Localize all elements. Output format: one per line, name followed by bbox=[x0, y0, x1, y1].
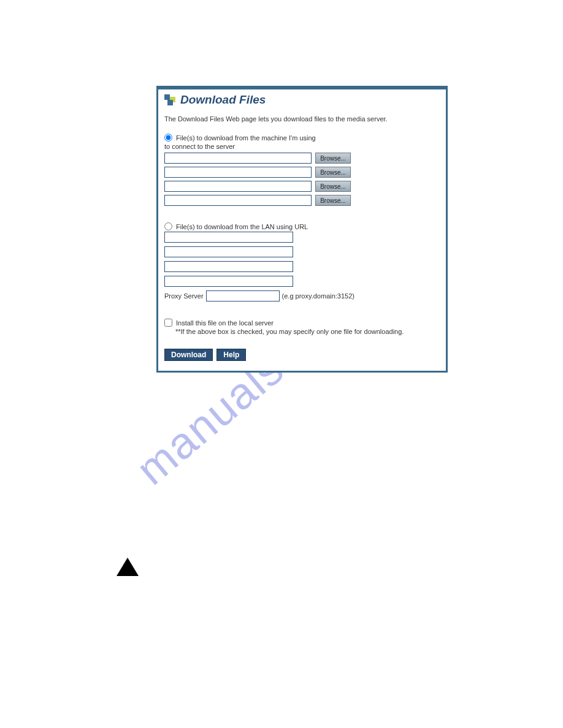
install-checkbox[interactable] bbox=[164, 319, 172, 327]
help-button[interactable]: Help bbox=[216, 349, 246, 361]
option-local-sublabel: to connect to the server bbox=[164, 143, 440, 150]
browse-button-2[interactable]: Browse... bbox=[315, 167, 351, 178]
dialog-title: Download Files bbox=[180, 93, 266, 107]
intro-text: The Download Files Web page lets you dow… bbox=[164, 115, 440, 123]
file-input-3[interactable] bbox=[164, 181, 312, 192]
proxy-row: Proxy Server (e.g proxy.domain:3152) bbox=[164, 290, 440, 301]
dialog-body: Download Files The Download Files Web pa… bbox=[158, 89, 446, 371]
url-input-3[interactable] bbox=[164, 261, 293, 272]
install-note: **If the above box is checked, you may s… bbox=[175, 328, 440, 335]
title-row: Download Files bbox=[164, 93, 440, 107]
file-row-4: Browse... bbox=[164, 195, 440, 206]
file-row-3: Browse... bbox=[164, 181, 440, 192]
action-row: Download Help bbox=[164, 349, 440, 361]
browse-button-4[interactable]: Browse... bbox=[315, 195, 351, 206]
option-local-label: File(s) to download from the machine I'm… bbox=[176, 134, 316, 142]
download-files-dialog: Download Files The Download Files Web pa… bbox=[156, 86, 448, 373]
browse-button-1[interactable]: Browse... bbox=[315, 153, 351, 164]
option-local-radio[interactable] bbox=[164, 134, 172, 142]
download-button[interactable]: Download bbox=[164, 349, 213, 361]
file-row-2: Browse... bbox=[164, 167, 440, 178]
app-icon bbox=[164, 94, 175, 105]
url-input-2[interactable] bbox=[164, 246, 293, 257]
install-label: Install this file on the local server bbox=[176, 319, 274, 327]
proxy-label: Proxy Server bbox=[164, 292, 204, 300]
file-input-4[interactable] bbox=[164, 195, 312, 206]
option-lan-label: File(s) to download from the LAN using U… bbox=[176, 223, 308, 230]
option-lan-row[interactable]: File(s) to download from the LAN using U… bbox=[164, 222, 440, 230]
file-row-1: Browse... bbox=[164, 153, 440, 164]
triangle-up-icon bbox=[117, 558, 139, 576]
option-lan-radio[interactable] bbox=[164, 222, 172, 230]
browse-button-3[interactable]: Browse... bbox=[315, 181, 351, 192]
url-input-1[interactable] bbox=[164, 232, 293, 243]
proxy-hint: (e.g proxy.domain:3152) bbox=[282, 292, 354, 300]
file-input-2[interactable] bbox=[164, 167, 312, 178]
file-input-1[interactable] bbox=[164, 153, 312, 164]
option-local-row[interactable]: File(s) to download from the machine I'm… bbox=[164, 134, 440, 142]
url-input-4[interactable] bbox=[164, 276, 293, 287]
install-row[interactable]: Install this file on the local server bbox=[164, 319, 440, 327]
proxy-input[interactable] bbox=[206, 290, 280, 301]
